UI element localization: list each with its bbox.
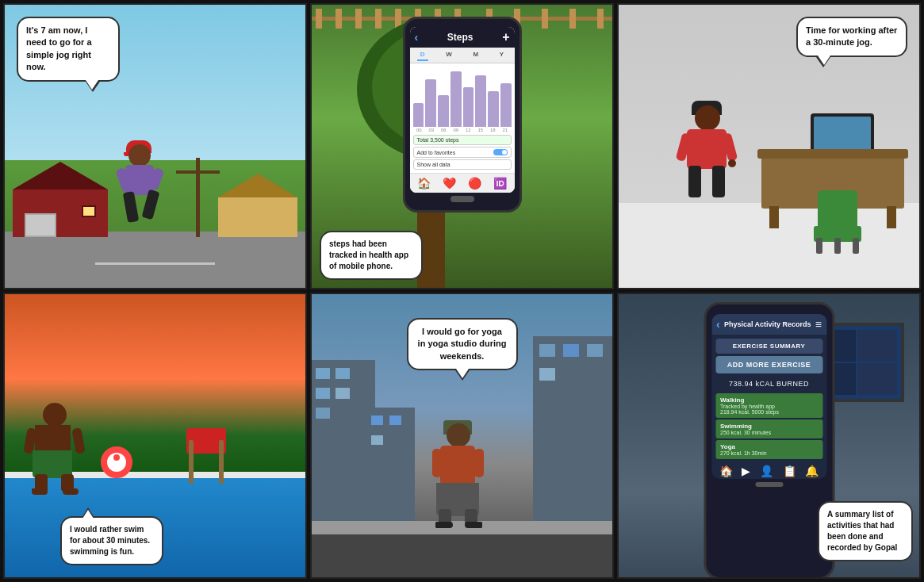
thought-text-panel2: steps had been tracked in health app of … bbox=[329, 239, 408, 270]
bar-5 bbox=[475, 75, 486, 127]
thought-bubble-panel2: steps had been tracked in health app of … bbox=[320, 231, 423, 280]
label-21: 21 bbox=[502, 128, 508, 132]
phone-header: ‹ Steps + bbox=[410, 27, 515, 48]
activity-back-button[interactable]: ‹ bbox=[716, 318, 720, 331]
win-3 bbox=[316, 388, 330, 399]
tab-W[interactable]: W bbox=[443, 49, 455, 61]
bar-3-fill bbox=[450, 71, 462, 127]
bar-0 bbox=[413, 103, 424, 127]
activity-detail-walking-1: Tracked by health app bbox=[720, 404, 818, 409]
char-office-head bbox=[695, 105, 720, 131]
chair-leg-left bbox=[816, 238, 822, 254]
lc-leg-right bbox=[219, 440, 224, 484]
char-office-leg-right bbox=[712, 166, 725, 197]
bar-6-fill bbox=[488, 91, 499, 127]
label-06: 06 bbox=[441, 128, 447, 132]
activity-phone-home-button[interactable] bbox=[755, 482, 783, 487]
window-pane-2 bbox=[857, 330, 897, 362]
win-7 bbox=[389, 415, 401, 425]
char-leg-left bbox=[123, 191, 139, 223]
char-yoga-arm-right bbox=[474, 449, 484, 477]
fence-post-3 bbox=[355, 9, 362, 29]
nav-play-icon[interactable]: ▶ bbox=[742, 465, 750, 477]
win-1 bbox=[316, 368, 330, 379]
comic-grid: It's 7 am now, I need to go for a simple… bbox=[0, 0, 924, 582]
add-more-exercise-button[interactable]: ADD MORE EXERCISE bbox=[715, 356, 822, 373]
speech-text-panel1: It's 7 am now, I need to go for a simple… bbox=[26, 25, 92, 71]
label-03: 03 bbox=[428, 128, 434, 132]
win-6 bbox=[371, 415, 383, 425]
kcal-burned-display: 738.94 kCAL BURNED bbox=[711, 376, 826, 392]
bar-3 bbox=[450, 71, 462, 127]
nav-chart-icon[interactable]: 📋 bbox=[783, 465, 796, 477]
panel-6: ‹ Physical Activity Records ≡ EXERCISE S… bbox=[617, 293, 921, 579]
activity-name-yoga: Yoga bbox=[720, 443, 818, 450]
bar-0-fill bbox=[413, 103, 424, 127]
tab-D[interactable]: D bbox=[417, 49, 428, 61]
desk-leg-left bbox=[769, 206, 779, 228]
thought-bubble-panel6: A summary list of activities that had be… bbox=[818, 501, 913, 561]
house-right bbox=[218, 178, 297, 237]
char-swim-arm-right bbox=[72, 427, 86, 454]
speech-text-panel3: Time for working after a 30-minute jog. bbox=[806, 25, 897, 47]
nav-today[interactable]: 🏠 bbox=[417, 177, 431, 190]
activity-screen: ‹ Physical Activity Records ≡ EXERCISE S… bbox=[711, 314, 826, 479]
garage-left bbox=[25, 213, 56, 237]
building-2 bbox=[367, 408, 415, 534]
char-yoga-shoe-right bbox=[465, 522, 482, 528]
label-18: 18 bbox=[490, 128, 496, 132]
fence-post-2 bbox=[335, 9, 342, 29]
activity-detail-yoga: 270 kcal. 1h 30min bbox=[720, 450, 818, 456]
activity-menu-icon[interactable]: ≡ bbox=[815, 318, 822, 331]
add-favorites-label: Add to favorites bbox=[417, 150, 456, 155]
activity-phone: ‹ Physical Activity Records ≡ EXERCISE S… bbox=[704, 302, 834, 579]
toggle-switch[interactable] bbox=[493, 149, 508, 155]
back-button[interactable]: ‹ bbox=[415, 31, 419, 44]
nav-sources[interactable]: 🔴 bbox=[468, 177, 481, 190]
char-head bbox=[128, 144, 151, 167]
char-office-leg-left bbox=[688, 166, 701, 197]
steps-phone: ‹ Steps + D W M Y bbox=[403, 17, 522, 213]
nav-home-icon[interactable]: 🏠 bbox=[719, 465, 733, 477]
add-favorites-btn[interactable]: Add to favorites bbox=[413, 147, 512, 158]
window-pane-4 bbox=[857, 363, 897, 395]
bar-1 bbox=[425, 79, 436, 127]
win-11 bbox=[587, 344, 603, 357]
steps-chart bbox=[410, 63, 515, 127]
exercise-summary-button[interactable]: EXERCISE SUMMARY bbox=[715, 339, 822, 354]
label-15: 15 bbox=[477, 128, 483, 132]
panel-1: It's 7 am now, I need to go for a simple… bbox=[3, 3, 307, 289]
fence-post-13 bbox=[597, 9, 604, 29]
activity-item-walking: Walking Tracked by health app 218.94 kca… bbox=[715, 393, 822, 418]
power-pole bbox=[196, 158, 200, 237]
tab-Y[interactable]: Y bbox=[497, 49, 507, 61]
nav-person-icon[interactable]: 👤 bbox=[760, 465, 773, 477]
bar-6 bbox=[488, 91, 499, 127]
phone-nav-bar: 🏠 ❤️ 🔴 🆔 bbox=[410, 173, 515, 193]
bar-5-fill bbox=[475, 75, 486, 127]
win-9 bbox=[539, 344, 555, 357]
nav-medical[interactable]: 🆔 bbox=[493, 177, 507, 190]
bar-7 bbox=[500, 83, 512, 127]
activity-detail-swimming: 250 kcal. 30 minutes bbox=[720, 430, 818, 435]
show-all-data[interactable]: Show all data bbox=[413, 159, 512, 170]
panel-3: Time for working after a 30-minute jog. bbox=[617, 3, 921, 289]
char-office-hand-right bbox=[728, 159, 736, 167]
fence-post-12 bbox=[569, 9, 576, 29]
phone-screen: ‹ Steps + D W M Y bbox=[410, 27, 515, 193]
speech-bubble-panel4: I would rather swim for about 30 minutes… bbox=[60, 516, 163, 565]
phone-home-button[interactable] bbox=[450, 196, 474, 202]
chair-leg-right bbox=[853, 238, 859, 254]
win-8 bbox=[371, 435, 383, 445]
building-3 bbox=[533, 336, 612, 534]
nav-health[interactable]: ❤️ bbox=[443, 177, 456, 190]
char-yoga-arm-left bbox=[432, 449, 442, 477]
add-button[interactable]: + bbox=[502, 30, 509, 44]
speech-bubble-panel1: It's 7 am now, I need to go for a simple… bbox=[17, 17, 120, 82]
thought-text-panel6: A summary list of activities that had be… bbox=[827, 510, 897, 552]
tab-M[interactable]: M bbox=[470, 49, 481, 61]
char-office-body bbox=[687, 129, 727, 169]
nav-bell-icon[interactable]: 🔔 bbox=[805, 465, 819, 477]
fence-post-1 bbox=[316, 9, 322, 29]
win-12 bbox=[539, 368, 555, 381]
